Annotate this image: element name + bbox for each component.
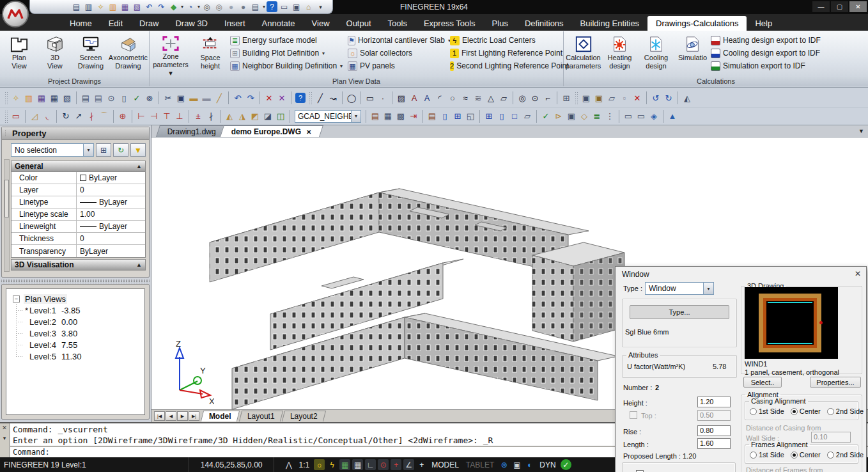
quick-print-icon[interactable]: ▤ [92, 91, 105, 104]
ribbon-item-heating-design-export-to-idf[interactable]: Heating design export to IDF [711, 35, 867, 46]
layout-tab-layout1[interactable]: Layout1 [239, 411, 283, 421]
top-checkbox[interactable] [630, 411, 637, 419]
door-icon[interactable]: ▯ [438, 110, 451, 123]
opening-icon[interactable]: ◱ [464, 110, 477, 123]
plot-icon[interactable]: ▤ [79, 91, 92, 104]
copy-icon[interactable]: ▣ [174, 91, 187, 104]
clean-screen-icon[interactable]: ◐ [524, 459, 535, 470]
tree-item-level-3[interactable]: Level:33.80 [6, 327, 144, 339]
redo-icon[interactable]: ↷ [244, 91, 257, 104]
grid-display-icon[interactable]: ▦ [352, 459, 363, 470]
tree-item-level-2[interactable]: Level:20.00 [6, 316, 144, 327]
layer-name-combobox[interactable]: GCAD_NEIGHB▾ [295, 110, 361, 123]
dim-edit-1-icon[interactable]: ◭ [223, 110, 236, 123]
export-acis-icon[interactable]: ▦ [48, 91, 61, 104]
frame-icon[interactable]: □ [508, 110, 521, 123]
publish-icon[interactable]: ▯ [118, 91, 130, 104]
ribbon-item-cooling-design-export-to-idf[interactable]: Cooling design export to IDF [711, 47, 867, 59]
menu-tab-tools[interactable]: Tools [380, 16, 415, 31]
ribbon-item-neighbor-building-definition[interactable]: ▦Neighbor Building Definition▾ [230, 60, 346, 72]
donut-icon[interactable]: ◎ [516, 91, 529, 104]
layers-stack-icon[interactable]: ≣ [591, 110, 603, 123]
ribbon-button-axonometric-drawing[interactable]: AxonometricDrawing [109, 33, 148, 77]
wall-hatch-icon[interactable]: ▩ [394, 110, 407, 123]
menu-tab-drawings-calculations[interactable]: Drawings-Calculations [647, 16, 747, 31]
panel-1-icon[interactable]: ▭ [622, 110, 635, 123]
spline-icon[interactable]: ≈ [459, 91, 472, 104]
rectangle-tool-icon[interactable]: ▭ [10, 110, 22, 123]
tree-item-level-1[interactable]: *Level:1-3.85 [6, 304, 144, 316]
property-row-linetype-scale[interactable]: Linetype scale1.00 [12, 208, 145, 221]
copy-entities-icon[interactable]: ▣ [565, 110, 578, 123]
menu-tab-definitions[interactable]: Definitions [516, 16, 572, 31]
help-icon[interactable]: ? [295, 93, 306, 103]
ribbon-item-electric-load-centers[interactable]: ϟElectric Load Centers [450, 35, 562, 46]
import-acis-icon[interactable]: ▧ [61, 91, 74, 104]
section-header-general[interactable]: General ▲ [11, 161, 146, 172]
dim-baseline-icon[interactable]: ⊤ [160, 110, 173, 123]
dim-continue-icon[interactable]: ⊥ [173, 110, 186, 123]
drawing-tab-demo-europe-dwg[interactable]: demo Europe.DWG✕ [220, 125, 323, 137]
property-row-color[interactable]: ColorByLayer [12, 172, 145, 184]
select-button[interactable]: Select.. [743, 377, 782, 388]
find-icon[interactable]: ⊚ [143, 91, 156, 104]
block-insert-icon[interactable]: ⊞ [560, 91, 573, 104]
dim-aligned-icon[interactable]: ⊣ [148, 110, 160, 123]
window2-icon[interactable]: ⊞ [483, 110, 495, 123]
minimize-icon[interactable]: — [812, 1, 830, 12]
arc-icon[interactable]: ◜ [433, 91, 446, 104]
paste-special-icon[interactable]: ▬ [200, 91, 213, 104]
ribbon-item-simulation-export-to-idf[interactable]: Simulation export to IDF [711, 60, 867, 72]
property-row-layer[interactable]: Layer0 [12, 184, 145, 196]
selection-filter-select[interactable]: No selection ▾ [11, 143, 94, 157]
ribbon-item-pv-panels[interactable]: ▦PV panels [348, 60, 449, 72]
ribbon-item-solar-collectors[interactable]: ☼Solar collectors [348, 47, 449, 59]
auto-annotation-icon[interactable]: ϟ [327, 459, 337, 470]
height-input[interactable]: 1.20 [697, 397, 731, 407]
ribbon-button-cooling-design[interactable]: Coolingdesign [638, 33, 674, 77]
menu-tab-draw[interactable]: Draw [131, 16, 167, 31]
menu-tab-plus[interactable]: Plus [484, 16, 516, 31]
model-space-toggle[interactable]: MODEL [429, 460, 461, 469]
erase-icon[interactable]: ✕ [263, 91, 275, 104]
frames-1st-side-radio[interactable]: 1st Side [750, 451, 784, 459]
tablet-toggle[interactable]: TABLET [463, 460, 497, 469]
expander-icon[interactable]: − [13, 295, 20, 303]
view-cube-icon[interactable]: ◈ [647, 110, 660, 123]
tab-overflow-icon[interactable]: ▼ [858, 128, 864, 134]
cut-icon[interactable]: ✂ [162, 91, 174, 104]
layout-nav-icon-0[interactable]: |◀ [154, 411, 165, 421]
layout-tab-layout2[interactable]: Layout2 [282, 411, 326, 421]
polar-tracking-icon[interactable]: ⊙ [378, 459, 389, 470]
annotation-scale-icon[interactable]: ⋀ [283, 459, 294, 470]
close-icon[interactable]: ✕ [855, 269, 861, 278]
ribbon-item-first-lighting-reference-point[interactable]: 1First Lighting Reference Point [450, 47, 562, 59]
toggle-pickadd-icon[interactable]: ▼ [130, 143, 146, 157]
tree-item-level-5[interactable]: Level:511.30 [6, 350, 144, 362]
ribbon-item-building-plot-definition[interactable]: ⊞Building Plot Definition▾ [230, 47, 346, 59]
ribbon-button-plan-view[interactable]: PlanView [1, 33, 37, 77]
drawing-tab-drawing1-dwg[interactable]: Drawing1.dwg [156, 125, 228, 137]
property-scrollbar[interactable] [4, 159, 10, 272]
dim-edit-2-icon[interactable]: ◮ [236, 110, 249, 123]
type-button[interactable]: Type... [630, 305, 729, 319]
tree-root[interactable]: −Plan Views [6, 293, 144, 304]
leader-icon[interactable]: ⌐ [541, 91, 554, 104]
ribbon-button-zone-parameters[interactable]: Zoneparameters ▾ [151, 33, 190, 77]
ribbon-item-energy-surface-model[interactable]: ≣Energy surface model [230, 35, 346, 46]
length-input[interactable]: 1.60 [697, 438, 731, 449]
app-logo[interactable] [2, 1, 29, 28]
approve-icon[interactable]: ✓ [539, 110, 552, 123]
uturn-left-icon[interactable]: ↺ [649, 91, 662, 104]
brick-wall-icon[interactable]: ▤ [426, 110, 438, 123]
dim-edit-5-icon[interactable]: ◫ [274, 110, 287, 123]
workspace-icon[interactable]: ▣ [511, 459, 522, 470]
circle-icon[interactable]: ○ [446, 91, 459, 104]
hatch-icon[interactable]: ▨ [395, 91, 408, 104]
chamfer-icon[interactable]: ◿ [28, 110, 41, 123]
dim-tolerance-icon[interactable]: ± [192, 110, 205, 123]
ribbon-button-space-height[interactable]: Spaceheight [190, 33, 230, 77]
spell-check-icon[interactable]: ✓ [130, 91, 143, 104]
mirror-icon[interactable]: ◭ [681, 91, 694, 104]
quick-select-icon[interactable]: ⊞ [96, 143, 111, 157]
